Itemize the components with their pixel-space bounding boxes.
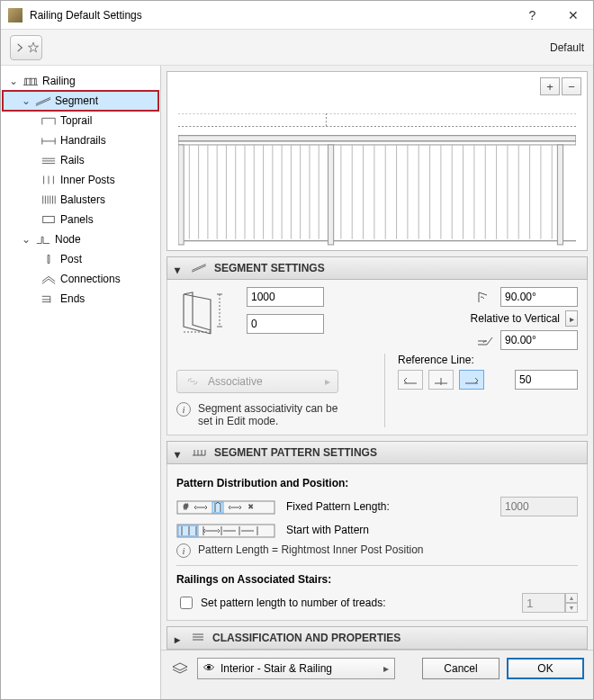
svg-rect-7 (178, 145, 184, 245)
chevron-down-icon: ⌄ (21, 95, 32, 106)
ref-line-left-button[interactable] (398, 370, 423, 390)
window-title: Railing Default Settings (30, 9, 512, 22)
star-icon (27, 41, 40, 54)
treads-checkbox-label: Set pattern length to number of treads: (201, 597, 517, 609)
tree-label: Post (60, 253, 82, 265)
tree-item-inner-posts[interactable]: Inner Posts (3, 170, 158, 190)
panel-header-classification[interactable]: ▸ CLASSIFICATION AND PROPERTIES (166, 626, 588, 650)
ref-line-offset-input[interactable] (515, 370, 578, 390)
handrails-icon (40, 134, 57, 147)
skew-angle-input[interactable] (500, 330, 578, 350)
layer-icon (170, 660, 190, 677)
panel-title: CLASSIFICATION AND PROPERTIES (212, 632, 400, 644)
help-button[interactable]: ? (512, 1, 553, 30)
info-icon: i (176, 543, 191, 558)
chevron-down-icon: ⌄ (21, 234, 32, 245)
ok-label: OK (537, 662, 553, 675)
tree-label: Toprail (60, 114, 92, 127)
slant-angle-input[interactable] (500, 287, 578, 307)
tree-item-toprail[interactable]: Toprail (3, 111, 158, 130)
main-panel: + − (161, 66, 593, 699)
toolbar: Default (1, 30, 593, 66)
start-position-button[interactable] (176, 520, 275, 540)
ends-icon (40, 292, 57, 305)
tree-label: Balusters (60, 193, 105, 206)
svg-rect-4 (178, 136, 576, 141)
pattern-distribution-heading: Pattern Distribution and Position: (176, 477, 578, 489)
preview-area: + − (166, 71, 588, 251)
tree-label: Handrails (60, 134, 106, 147)
layer-select[interactable]: 👁 Interior - Stair & Railing ▸ (197, 658, 395, 679)
relative-mode-button[interactable]: ▸ (565, 310, 578, 327)
tree-item-node[interactable]: ⌄ Node (3, 229, 158, 249)
post-icon (40, 253, 57, 265)
zoom-out-button[interactable]: − (562, 77, 581, 95)
tree-label: Railing (42, 75, 76, 87)
tree-item-panels[interactable]: Panels (3, 210, 158, 229)
railing-icon (22, 75, 39, 87)
fixed-pattern-length-label: Fixed Pattern Length: (286, 500, 490, 513)
tree-item-connections[interactable]: Connections (3, 269, 158, 289)
layer-name: Interior - Stair & Railing (220, 662, 332, 675)
svg-text:×: × (248, 502, 253, 511)
favorites-button[interactable] (10, 35, 42, 60)
svg-rect-47 (212, 502, 223, 513)
svg-rect-5 (178, 141, 576, 145)
tree-item-balusters[interactable]: Balusters (3, 190, 158, 210)
spinner-up: ▲ (565, 593, 578, 603)
chevron-down-icon: ⌄ (8, 76, 19, 86)
dialog-window: Railing Default Settings ? ✕ Default ⌄ R… (0, 0, 594, 700)
pattern-length-info: Pattern Length = Rightmost Inner Post Po… (198, 543, 423, 556)
dialog-body: ⌄ Railing ⌄ Segment Toprail Handrails Ra… (1, 66, 593, 699)
distribution-mode-button[interactable]: # × (176, 497, 275, 516)
relative-to-vertical-label: Relative to Vertical (471, 312, 560, 325)
chevron-down-icon: ▾ (175, 448, 184, 457)
associative-label: Associative (208, 375, 263, 388)
tree-label: Panels (60, 213, 94, 226)
tree-label: Node (55, 233, 81, 246)
ref-line-right-button[interactable] (459, 370, 484, 390)
panel-header-pattern-settings[interactable]: ▾ SEGMENT PATTERN SETTINGS (166, 441, 588, 464)
panel-title: SEGMENT PATTERN SETTINGS (214, 446, 377, 459)
panel-title: SEGMENT SETTINGS (214, 262, 325, 274)
svg-rect-9 (557, 145, 562, 245)
treads-count-input (522, 593, 565, 613)
svg-rect-50 (178, 525, 198, 536)
zoom-in-button[interactable]: + (540, 77, 560, 95)
tree-item-segment[interactable]: ⌄ Segment (3, 91, 158, 111)
close-button[interactable]: ✕ (553, 1, 593, 30)
tree-item-post[interactable]: Post (3, 249, 158, 269)
balusters-icon (40, 193, 57, 206)
eye-icon: 👁 (203, 661, 215, 675)
tree-item-railing[interactable]: ⌄ Railing (3, 71, 158, 91)
railing-preview-icon (178, 113, 576, 251)
pattern-icon (191, 446, 207, 460)
tree-item-ends[interactable]: Ends (3, 289, 158, 309)
tree-label: Inner Posts (60, 174, 115, 186)
tree-label: Connections (60, 273, 121, 285)
tree-label: Rails (60, 154, 85, 166)
tree-item-rails[interactable]: Rails (3, 150, 158, 170)
tree-item-handrails[interactable]: Handrails (3, 130, 158, 150)
fixed-pattern-length-input (500, 497, 578, 516)
cancel-button[interactable]: Cancel (422, 658, 500, 679)
segment-settings-body: Relative to Vertical ▸ Associative (166, 280, 588, 435)
panel-header-segment-settings[interactable]: ▾ SEGMENT SETTINGS (166, 256, 588, 280)
skew-angle-icon (475, 332, 495, 348)
segment-offset-input[interactable] (247, 314, 324, 334)
tree-label: Ends (60, 292, 85, 305)
list-icon (191, 632, 205, 645)
app-icon (8, 8, 22, 22)
ref-line-center-button[interactable] (428, 370, 454, 390)
segment-icon (191, 262, 207, 275)
node-icon (35, 233, 51, 246)
segment-height-input[interactable] (247, 287, 324, 307)
associativity-info-text: Segment associativity can be set in Edit… (198, 402, 351, 427)
panels-icon (40, 213, 57, 226)
ok-button[interactable]: OK (507, 658, 584, 679)
treads-checkbox[interactable] (180, 597, 193, 609)
segment-icon (35, 94, 51, 107)
chevron-down-icon: ▾ (175, 264, 184, 273)
pattern-settings-body: Pattern Distribution and Position: # × (166, 464, 588, 621)
reference-line-label: Reference Line: (398, 354, 578, 366)
